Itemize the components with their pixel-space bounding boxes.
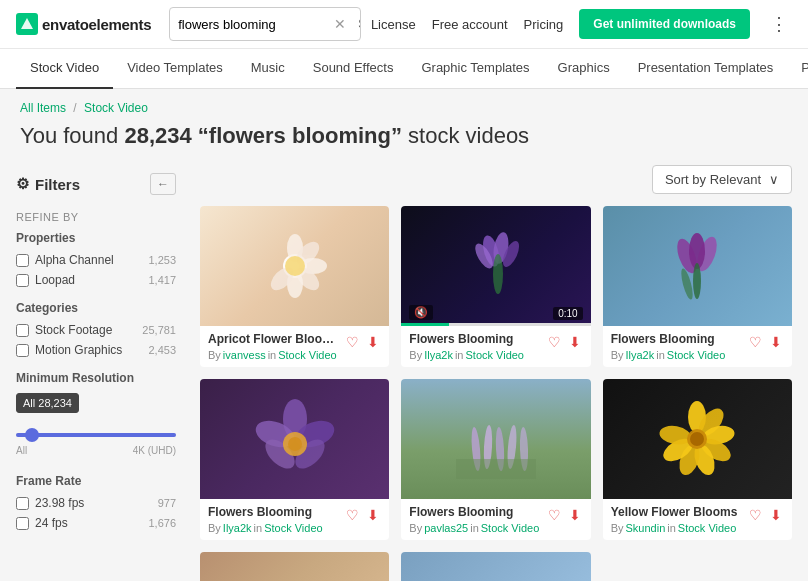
video-info-left: Flowers Blooming By Ilya2k in Stock Vide…	[208, 505, 344, 534]
tab-graphic-templates[interactable]: Graphic Templates	[407, 49, 543, 89]
video-author-link[interactable]: pavlas25	[424, 522, 468, 534]
video-card[interactable]: Flowers Blooming By Ilya2k in Stock Vide…	[200, 379, 389, 540]
video-card[interactable]: 🔇 0:10 Flowers Blooming By Ilya2k in Sto…	[401, 206, 590, 367]
filter-alpha-channel-count: 1,253	[148, 254, 176, 266]
get-unlimited-downloads-button[interactable]: Get unlimited downloads	[579, 9, 750, 39]
video-author-link[interactable]: Skundin	[626, 522, 666, 534]
framerate-filter-section: Frame Rate 23.98 fps 977 24 fps 1,676	[16, 474, 176, 530]
video-card[interactable]	[200, 552, 389, 581]
video-card[interactable]	[401, 552, 590, 581]
filter-loopad-checkbox[interactable]	[16, 274, 29, 287]
bookmark-button[interactable]: ♡	[747, 332, 764, 352]
slider-thumb[interactable]	[25, 428, 39, 442]
filter-alpha-channel-checkbox[interactable]	[16, 254, 29, 267]
breadcrumb-current[interactable]: Stock Video	[84, 101, 148, 115]
video-card[interactable]: Flowers Blooming By pavlas25 in Stock Vi…	[401, 379, 590, 540]
filter-stock-footage-count: 25,781	[142, 324, 176, 336]
download-button[interactable]: ⬇	[567, 332, 583, 352]
filter-24fps: 24 fps 1,676	[16, 516, 176, 530]
filter-23fps-label[interactable]: 23.98 fps	[16, 496, 84, 510]
video-card[interactable]: Yellow Flower Blooms By Skundin in Stock…	[603, 379, 792, 540]
filter-24fps-checkbox[interactable]	[16, 517, 29, 530]
res-tab-all[interactable]: All 28,234	[16, 393, 79, 413]
video-card[interactable]: Apricot Flower Blooming By ivanvess in S…	[200, 206, 389, 367]
video-title: Apricot Flower Blooming	[208, 332, 344, 346]
tab-stock-video[interactable]: Stock Video	[16, 49, 113, 89]
bookmark-button[interactable]: ♡	[344, 332, 361, 352]
download-button[interactable]: ⬇	[768, 332, 784, 352]
video-author-link[interactable]: Ilya2k	[626, 349, 655, 361]
pricing-link[interactable]: Pricing	[524, 17, 564, 32]
filter-alpha-channel: Alpha Channel 1,253	[16, 253, 176, 267]
video-category-link[interactable]: Stock Video	[481, 522, 540, 534]
download-icon: ⬇	[770, 334, 782, 350]
license-link[interactable]: License	[371, 17, 416, 32]
filter-motion-graphics-checkbox[interactable]	[16, 344, 29, 357]
download-button[interactable]: ⬇	[365, 505, 381, 525]
video-grid: Apricot Flower Blooming By ivanvess in S…	[200, 206, 792, 581]
video-category-link[interactable]: Stock Video	[678, 522, 737, 534]
video-card[interactable]: Flowers Blooming By Ilya2k in Stock Vide…	[603, 206, 792, 367]
sort-dropdown[interactable]: Sort by Relevant ∨	[652, 165, 792, 194]
filter-stock-footage-checkbox[interactable]	[16, 324, 29, 337]
logo[interactable]: envatoelements	[16, 13, 151, 35]
download-button[interactable]: ⬇	[768, 505, 784, 525]
filter-alpha-channel-label[interactable]: Alpha Channel	[16, 253, 114, 267]
video-category-link[interactable]: Stock Video	[667, 349, 726, 361]
free-account-link[interactable]: Free account	[432, 17, 508, 32]
filter-motion-graphics-count: 2,453	[148, 344, 176, 356]
by-label: By	[611, 349, 624, 361]
video-progress-fill	[401, 323, 448, 326]
filter-23fps-checkbox[interactable]	[16, 497, 29, 510]
video-author-link[interactable]: Ilya2k	[424, 349, 453, 361]
tab-video-templates[interactable]: Video Templates	[113, 49, 237, 89]
video-info-row: Yellow Flower Blooms By Skundin in Stock…	[603, 499, 792, 540]
tab-sound-effects[interactable]: Sound Effects	[299, 49, 408, 89]
search-input[interactable]	[170, 17, 330, 32]
video-category-link[interactable]: Stock Video	[465, 349, 524, 361]
video-actions: ♡ ⬇	[546, 332, 583, 352]
properties-title: Properties	[16, 231, 176, 245]
filter-23fps: 23.98 fps 977	[16, 496, 176, 510]
chevron-down-icon: ∨	[769, 172, 779, 187]
bookmark-button[interactable]: ♡	[344, 505, 361, 525]
sidebar-collapse-button[interactable]: ←	[150, 173, 176, 195]
video-author-link[interactable]: Ilya2k	[223, 522, 252, 534]
search-clear-button[interactable]: ✕	[330, 16, 350, 32]
video-actions: ♡ ⬇	[546, 505, 583, 525]
video-thumbnail	[200, 552, 389, 581]
download-icon: ⬇	[569, 507, 581, 523]
download-button[interactable]: ⬇	[567, 505, 583, 525]
tab-graphics[interactable]: Graphics	[544, 49, 624, 89]
filter-motion-graphics-label[interactable]: Motion Graphics	[16, 343, 122, 357]
filter-loopad-label[interactable]: Loopad	[16, 273, 75, 287]
mute-icon[interactable]: 🔇	[409, 305, 433, 320]
resolution-tabs: All 28,234	[16, 393, 176, 413]
search-category-dropdown[interactable]: Stock Video ▾	[350, 17, 361, 31]
filter-24fps-label[interactable]: 24 fps	[16, 516, 68, 530]
tab-photos[interactable]: Photos	[787, 49, 808, 89]
svg-rect-31	[456, 459, 536, 479]
bookmark-button[interactable]: ♡	[546, 505, 563, 525]
video-actions: ♡ ⬇	[747, 332, 784, 352]
bookmark-icon: ♡	[346, 507, 359, 523]
download-button[interactable]: ⬇	[365, 332, 381, 352]
breadcrumb-separator: /	[73, 101, 76, 115]
filters-sidebar: ⚙ Filters ← Refine by Properties Alpha C…	[16, 165, 184, 581]
bookmark-button[interactable]: ♡	[546, 332, 563, 352]
filter-23fps-count: 977	[158, 497, 176, 509]
bookmark-button[interactable]: ♡	[747, 505, 764, 525]
video-author-link[interactable]: ivanvess	[223, 349, 266, 361]
video-info-row: Flowers Blooming By pavlas25 in Stock Vi…	[401, 499, 590, 540]
slider-labels: All 4K (UHD)	[16, 445, 176, 456]
filter-stock-footage-label[interactable]: Stock Footage	[16, 323, 112, 337]
tab-music[interactable]: Music	[237, 49, 299, 89]
slider-fill	[16, 433, 176, 437]
video-category-link[interactable]: Stock Video	[264, 522, 323, 534]
filters-title: ⚙ Filters	[16, 175, 80, 193]
breadcrumb-all-items[interactable]: All Items	[20, 101, 66, 115]
video-category-link[interactable]: Stock Video	[278, 349, 337, 361]
tab-presentation-templates[interactable]: Presentation Templates	[624, 49, 788, 89]
svg-point-17	[693, 263, 701, 299]
more-menu-button[interactable]: ⋮	[766, 13, 792, 35]
